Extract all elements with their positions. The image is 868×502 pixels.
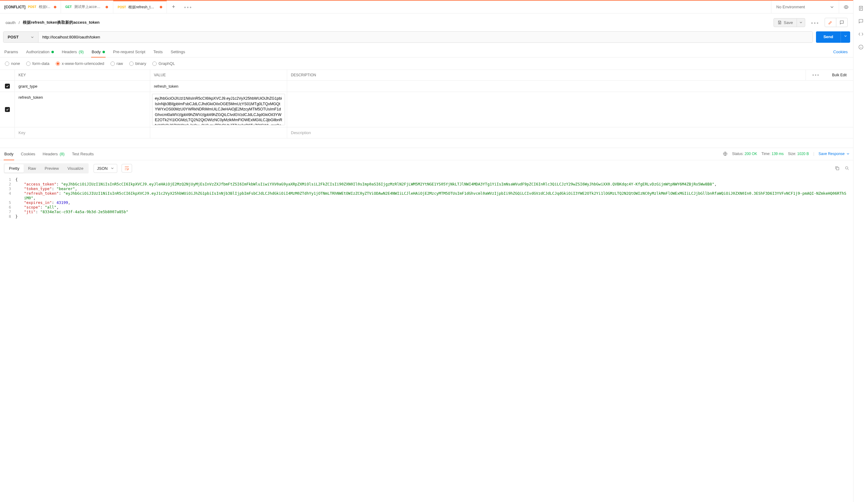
breadcrumb-name[interactable]: 根据refresh_token换取新的access_token xyxy=(23,20,100,25)
row-checkbox[interactable] xyxy=(5,107,10,112)
method-select[interactable]: POST xyxy=(3,32,39,42)
tab-prerequest[interactable]: Pre-request Script xyxy=(112,46,146,57)
more-actions-button[interactable]: ∘∘∘ xyxy=(808,19,822,27)
tabs-bar: [CONFLICT] POST 根据r... GET 测试带上access_to… xyxy=(0,1,853,13)
tab-1[interactable]: GET 测试带上access_to... xyxy=(61,1,113,13)
chevron-down-icon xyxy=(846,152,849,155)
table-row: grant_type refresh_token xyxy=(0,81,853,92)
search-icon[interactable] xyxy=(845,166,849,171)
tab-authorization[interactable]: Authorization xyxy=(25,46,54,57)
tab-label: Headers xyxy=(43,151,58,156)
radio-raw[interactable]: raw xyxy=(111,61,123,66)
view-visualize[interactable]: Visualize xyxy=(63,164,88,172)
radio-label: none xyxy=(11,61,20,66)
language-select[interactable]: JSON xyxy=(94,164,117,173)
save-response-label: Save Response xyxy=(818,151,845,156)
resp-tab-headers[interactable]: Headers (8) xyxy=(42,148,65,160)
tab-add-button[interactable]: + xyxy=(167,4,180,10)
wrap-lines-button[interactable] xyxy=(122,164,132,172)
tab-tests[interactable]: Tests xyxy=(153,46,163,57)
radio-form-data[interactable]: form-data xyxy=(26,61,50,66)
view-pretty[interactable]: Pretty xyxy=(4,164,24,172)
tab-body[interactable]: Body xyxy=(91,46,106,57)
copy-icon[interactable] xyxy=(835,166,840,171)
params-table: KEY VALUE DESCRIPTION ∘∘∘ Bulk Edit gran… xyxy=(0,70,853,138)
value-cell[interactable]: refresh_token xyxy=(150,81,287,92)
save-caret-button[interactable] xyxy=(797,19,805,27)
resp-tab-cookies[interactable]: Cookies xyxy=(20,148,36,160)
environment-select[interactable]: No Environment xyxy=(771,1,839,13)
json-line: { xyxy=(16,177,853,182)
docs-icon[interactable] xyxy=(858,6,864,11)
tab-overflow-button[interactable]: ∘∘∘ xyxy=(180,4,196,9)
tab-method: GET xyxy=(65,5,72,9)
code-icon[interactable] xyxy=(858,31,864,37)
right-rail xyxy=(853,0,868,502)
tab-params[interactable]: Params xyxy=(4,46,19,57)
desc-cell[interactable] xyxy=(287,92,853,127)
dirty-dot-icon xyxy=(54,6,56,8)
save-response-button[interactable]: Save Response xyxy=(818,151,849,156)
key-cell[interactable]: grant_type xyxy=(15,81,150,92)
view-raw[interactable]: Raw xyxy=(24,164,40,172)
response-toolbar: Pretty Raw Preview Visualize JSON xyxy=(0,160,853,177)
save-button[interactable]: Save xyxy=(774,19,797,27)
cookies-link[interactable]: Cookies xyxy=(831,46,849,57)
environment-preview-button[interactable] xyxy=(839,1,853,13)
json-line: "refresh_token": "eyJhbGciOiJIUzI1NiIsIn… xyxy=(16,191,853,200)
key-placeholder[interactable]: Key xyxy=(15,127,150,138)
status-dot-icon xyxy=(103,51,105,53)
mode-edit-button[interactable] xyxy=(825,18,836,27)
url-input[interactable] xyxy=(39,32,813,42)
resp-tab-tests[interactable]: Test Results xyxy=(71,148,94,160)
time-label: Time: xyxy=(762,151,771,156)
check-icon xyxy=(6,85,9,88)
send-caret-button[interactable] xyxy=(840,31,850,43)
tab-0[interactable]: [CONFLICT] POST 根据r... xyxy=(0,1,61,13)
svg-rect-1 xyxy=(836,167,839,170)
value-textarea[interactable]: eyJhbGciOiJIUzI1NiIsInR5cCI6IkpXVCJ9.eyJ… xyxy=(152,94,285,125)
url-row: POST Send xyxy=(0,31,853,46)
url-bar: POST xyxy=(3,31,813,43)
tab-headers[interactable]: Headers (9) xyxy=(61,46,84,57)
breadcrumb-row: oauth / 根据refresh_token换取新的access_token … xyxy=(0,13,853,31)
radio-binary[interactable]: binary xyxy=(129,61,146,66)
key-cell[interactable]: refresh_token xyxy=(15,92,150,127)
status-value: 200 OK xyxy=(745,151,757,156)
row-checkbox[interactable] xyxy=(5,84,10,88)
radio-graphql[interactable]: GraphQL xyxy=(152,61,175,66)
desc-cell[interactable] xyxy=(287,81,853,92)
headers-count: (9) xyxy=(79,50,84,54)
json-line: "scope": "all", xyxy=(16,205,853,209)
tab-settings[interactable]: Settings xyxy=(170,46,186,57)
tab-2[interactable]: POST 根据refresh_toke... xyxy=(113,1,167,13)
table-actions-button[interactable]: ∘∘∘ xyxy=(806,70,826,80)
response-json[interactable]: 1{ 2"access_token": "eyJhbGciOiJIUzI1NiI… xyxy=(0,177,853,225)
col-key: KEY xyxy=(15,70,150,80)
tab-conflict-label: [CONFLICT] xyxy=(4,5,25,9)
json-line: } xyxy=(16,214,853,219)
size-label: Size: xyxy=(788,151,796,156)
radio-urlencoded[interactable]: x-www-form-urlencoded xyxy=(56,61,104,66)
send-button[interactable]: Send xyxy=(816,31,840,43)
bulk-edit-button[interactable]: Bulk Edit xyxy=(826,70,853,80)
breadcrumb-parent[interactable]: oauth xyxy=(6,20,16,25)
mode-comment-button[interactable] xyxy=(836,18,847,27)
chevron-down-icon xyxy=(799,21,803,24)
response-tabs: Body Cookies Headers (8) Test Results St… xyxy=(0,148,853,160)
desc-placeholder[interactable]: Description xyxy=(287,127,853,138)
info-icon[interactable] xyxy=(858,44,864,50)
send-group: Send xyxy=(816,31,850,43)
dirty-dot-icon xyxy=(160,6,162,8)
globe-icon[interactable] xyxy=(723,151,728,156)
radio-none[interactable]: none xyxy=(5,61,20,66)
ellipsis-icon: ∘∘∘ xyxy=(811,20,819,25)
view-preview[interactable]: Preview xyxy=(40,164,63,172)
value-placeholder[interactable] xyxy=(150,127,287,138)
size-value: 1020 B xyxy=(797,151,809,156)
value-cell[interactable]: eyJhbGciOiJIUzI1NiIsInR5cCI6IkpXVCJ9.eyJ… xyxy=(150,92,287,127)
comments-icon[interactable] xyxy=(858,19,864,24)
resp-tab-body[interactable]: Body xyxy=(4,148,14,160)
col-value: VALUE xyxy=(150,70,287,80)
radio-label: GraphQL xyxy=(158,61,175,66)
